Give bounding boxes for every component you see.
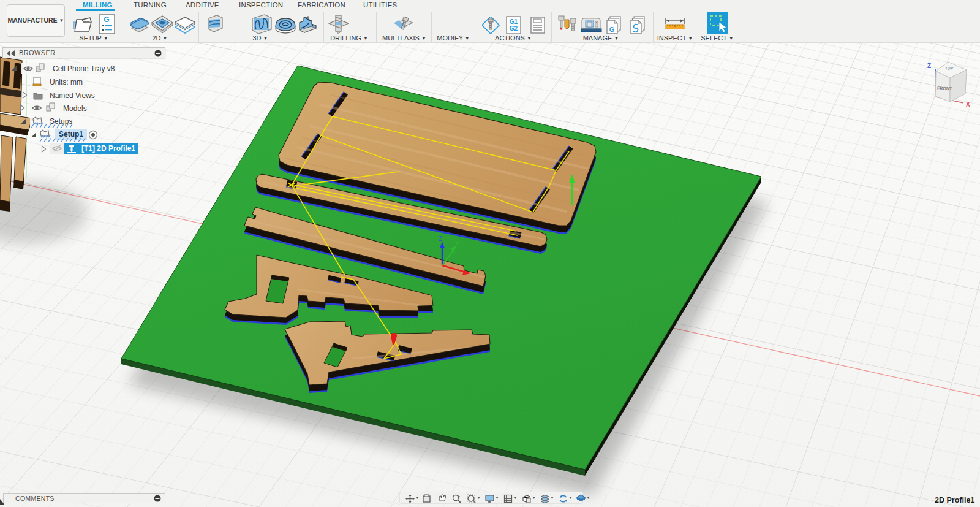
svg-text:FRONT: FRONT: [937, 86, 952, 91]
svg-text:G2: G2: [510, 25, 518, 32]
svg-text:G1: G1: [510, 18, 518, 25]
svg-text:G: G: [104, 15, 109, 24]
svg-text:Z: Z: [439, 235, 443, 242]
svg-text:Y: Y: [455, 239, 460, 246]
svg-text:Z: Z: [927, 63, 931, 69]
svg-text:X: X: [966, 101, 970, 108]
svg-text:G: G: [609, 26, 615, 33]
svg-text:TOP: TOP: [945, 66, 954, 71]
